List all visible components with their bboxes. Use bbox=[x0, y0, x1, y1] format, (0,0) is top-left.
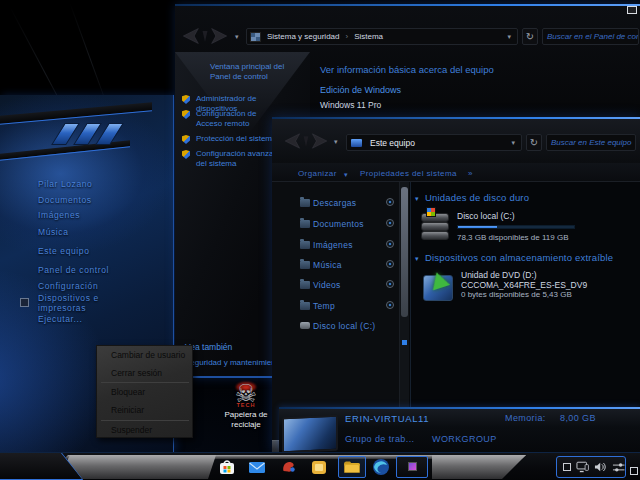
nav-item-downloads[interactable]: Descargas bbox=[272, 195, 399, 210]
disk-usage-fill bbox=[458, 226, 497, 228]
drive-detail: 78,3 GB disponibles de 119 GB bbox=[457, 233, 568, 242]
nav-item-videos[interactable]: Videos bbox=[272, 277, 399, 292]
uac-shield-icon bbox=[182, 95, 190, 104]
show-desktop-button[interactable] bbox=[630, 467, 638, 475]
menu-item-restart[interactable]: Reiniciar bbox=[111, 405, 144, 415]
pin-icon[interactable] bbox=[386, 280, 394, 288]
start-menu-item-documents[interactable]: Documentos bbox=[38, 195, 92, 205]
dvd-name[interactable]: Unidad de DVD (D:) bbox=[461, 270, 537, 280]
back-forward-nav-icon[interactable] bbox=[178, 26, 232, 46]
disk-capacity-bar bbox=[457, 225, 575, 229]
explorer-toolbar: Organizar ▾ Propiedades del sistema » bbox=[272, 163, 640, 182]
start-menu-item-pictures[interactable]: Imágenes bbox=[38, 210, 80, 220]
removable-section-header[interactable]: Dispositivos con almacenamiento extraíbl… bbox=[425, 252, 613, 263]
back-forward-nav-icon[interactable] bbox=[282, 130, 330, 152]
start-menu-item-devices-printers[interactable]: Dispositivos e impresoras bbox=[38, 294, 134, 314]
taskbar-strip bbox=[58, 455, 216, 479]
nav-item-pictures[interactable]: Imágenes bbox=[272, 237, 399, 252]
section-collapse-icon[interactable]: ▾ bbox=[415, 195, 419, 203]
cp-home-link[interactable]: Ventana principal del Panel de control bbox=[210, 62, 305, 83]
hard-drive-icon[interactable] bbox=[419, 209, 451, 245]
folder-icon bbox=[300, 220, 310, 228]
uac-shield-icon bbox=[182, 150, 190, 159]
hidden-icons-button[interactable] bbox=[563, 463, 571, 471]
pin-icon[interactable] bbox=[386, 219, 394, 227]
yellow-app-icon[interactable] bbox=[310, 458, 328, 476]
red-app-icon[interactable] bbox=[280, 458, 298, 476]
start-menu-item-this-pc[interactable]: Este equipo bbox=[38, 246, 90, 256]
workgroup-value: WORKGROUP bbox=[432, 434, 497, 444]
menu-item-sign-out[interactable]: Cerrar sesión bbox=[111, 368, 162, 378]
start-menu-item-settings[interactable]: Configuración bbox=[38, 281, 98, 291]
desktop: Pilar Lozano Documentos Imágenes Música … bbox=[0, 0, 640, 480]
eject-arrow-icon bbox=[428, 270, 450, 291]
section-collapse-icon[interactable]: ▾ bbox=[415, 255, 419, 263]
explorer-search-input[interactable]: Buscar en Este equipo bbox=[546, 134, 636, 151]
menu-separator bbox=[101, 420, 189, 421]
toolbar-overflow-icon[interactable]: » bbox=[468, 169, 473, 178]
breadcrumb-system[interactable]: Sistema bbox=[354, 32, 383, 41]
pin-icon[interactable] bbox=[386, 260, 394, 268]
dvd-drive-icon[interactable] bbox=[423, 275, 453, 301]
nav-history-chevron-icon[interactable]: ▾ bbox=[235, 33, 239, 41]
menu-item-switch-user[interactable]: Cambiar de usuario bbox=[111, 350, 185, 360]
cp-search-input[interactable]: Buscar en el Panel de control bbox=[542, 28, 639, 45]
volume-icon[interactable] bbox=[594, 461, 606, 473]
nav-item-temp[interactable]: Temp bbox=[272, 298, 399, 313]
folder-icon bbox=[300, 199, 310, 207]
pin-icon[interactable] bbox=[386, 240, 394, 248]
this-pc-icon bbox=[351, 139, 362, 147]
recycle-bin-subtext: TECH bbox=[215, 402, 277, 408]
network-icon[interactable] bbox=[576, 461, 589, 474]
start-menu-item-music[interactable]: Música bbox=[38, 227, 69, 237]
menu-item-lock[interactable]: Bloquear bbox=[111, 387, 145, 397]
windows-edition-header: Edición de Windows bbox=[320, 85, 401, 95]
store-icon[interactable] bbox=[218, 458, 236, 476]
cp-page-title: Ver información básica acerca del equipo bbox=[320, 64, 494, 75]
menu-separator bbox=[101, 382, 189, 383]
refresh-icon[interactable]: ↻ bbox=[526, 134, 542, 151]
restore-window-icon[interactable] bbox=[627, 6, 637, 14]
disk-icon bbox=[300, 322, 310, 329]
scrollbar-thumb[interactable] bbox=[401, 187, 408, 317]
start-menu-item-user[interactable]: Pilar Lozano bbox=[38, 179, 92, 189]
tray-settings-icon[interactable] bbox=[612, 461, 625, 473]
cp-link-remote-access[interactable]: Configuración de Acceso remoto bbox=[196, 109, 284, 129]
folder-icon bbox=[300, 241, 310, 249]
menu-item-sleep[interactable]: Suspender bbox=[111, 425, 152, 435]
breadcrumb-security[interactable]: Sistema y seguridad bbox=[267, 32, 339, 41]
nav-item-music[interactable]: Música bbox=[272, 257, 399, 272]
pin-icon[interactable] bbox=[386, 198, 394, 206]
explorer-window: ▾ Este equipo ▾ ↻ Buscar en Este equipo … bbox=[272, 117, 640, 452]
start-menu-item-run[interactable]: Ejecutar... bbox=[38, 314, 82, 324]
explorer-titlebar: ▾ Este equipo ▾ ↻ Buscar en Este equipo bbox=[272, 119, 640, 163]
nav-item-documents[interactable]: Documentos bbox=[272, 216, 399, 231]
start-menu-item-control-panel[interactable]: Panel de control bbox=[38, 265, 109, 275]
active-task-thumbnail-icon bbox=[408, 462, 417, 471]
system-tray bbox=[556, 456, 626, 478]
cp-link-system-protection[interactable]: Protección del sistema bbox=[196, 134, 276, 144]
edge-icon[interactable] bbox=[372, 458, 390, 476]
explorer-address-bar[interactable]: Este equipo ▾ bbox=[346, 134, 522, 151]
pin-icon[interactable] bbox=[386, 301, 394, 309]
file-explorer-icon[interactable] bbox=[343, 458, 361, 476]
address-dropdown-icon[interactable]: ▾ bbox=[511, 139, 515, 147]
organize-dropdown-icon[interactable]: ▾ bbox=[344, 171, 348, 179]
cp-address-bar[interactable]: Sistema y seguridad › Sistema ▾ bbox=[246, 28, 518, 45]
organize-button[interactable]: Organizar bbox=[298, 169, 337, 178]
address-dropdown-icon[interactable]: ▾ bbox=[507, 33, 511, 41]
recycle-bin[interactable]: ☠ TECH Papelera de reciclaje bbox=[215, 381, 277, 445]
nav-item-local-disk[interactable]: Disco local (C:) bbox=[272, 318, 399, 333]
devices-icon bbox=[20, 298, 29, 307]
mail-icon[interactable] bbox=[248, 458, 266, 476]
drive-name[interactable]: Disco local (C:) bbox=[457, 211, 515, 221]
folder-icon bbox=[300, 281, 310, 289]
refresh-icon[interactable]: ↻ bbox=[522, 28, 538, 45]
drives-section-header[interactable]: Unidades de disco duro bbox=[425, 192, 529, 203]
window-top-border bbox=[279, 407, 640, 409]
nav-history-chevron-icon[interactable]: ▾ bbox=[334, 138, 338, 146]
system-properties-button[interactable]: Propiedades del sistema bbox=[360, 169, 457, 178]
window-top-border bbox=[175, 4, 640, 6]
address-location[interactable]: Este equipo bbox=[370, 138, 415, 148]
memory-label: Memoria: bbox=[505, 413, 546, 423]
